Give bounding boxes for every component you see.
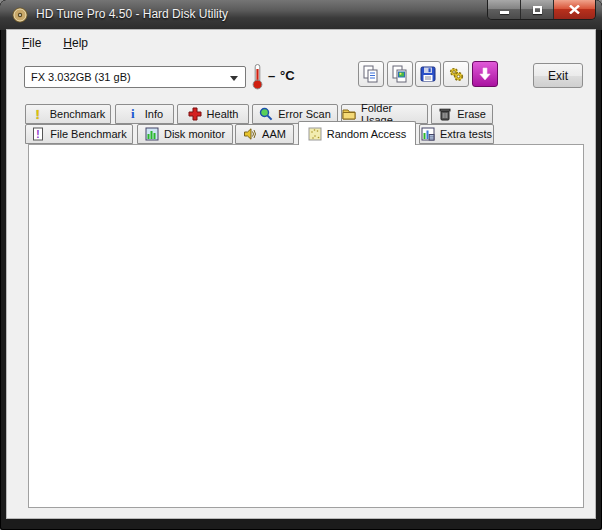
red-cross-icon	[188, 107, 202, 121]
minimize-icon	[500, 11, 509, 14]
caption-buttons	[487, 0, 596, 20]
window-title: HD Tune Pro 4.50 - Hard Disk Utility	[36, 7, 228, 21]
tab-label: Health	[207, 108, 239, 120]
copy-image-button[interactable]	[387, 61, 413, 87]
tab-label: Erase	[457, 108, 486, 120]
folder-icon	[342, 107, 356, 121]
exit-button[interactable]: Exit	[533, 63, 583, 88]
menu-bar: File Help	[8, 32, 92, 54]
info-icon: i	[126, 107, 140, 121]
copy-image-icon	[391, 65, 409, 83]
save-button[interactable]	[415, 61, 441, 87]
tab-label: Extra tests	[440, 128, 492, 140]
save-icon	[419, 65, 437, 83]
menu-help[interactable]: Help	[59, 34, 92, 52]
tab-health[interactable]: Health	[177, 104, 249, 124]
minimize-button[interactable]	[488, 0, 521, 19]
svg-text:!: !	[37, 129, 40, 140]
file-exclamation-icon: !	[31, 127, 45, 141]
tab-label: Disk monitor	[164, 128, 225, 140]
thermometer-icon	[252, 63, 263, 90]
exclamation-icon: !	[31, 107, 45, 121]
tab-label: AAM	[262, 128, 286, 140]
app-window: HD Tune Pro 4.50 - Hard Disk Utility Fil…	[0, 0, 602, 530]
tab-erase[interactable]: Erase	[431, 104, 493, 124]
gears-icon	[447, 65, 465, 83]
trash-icon	[438, 107, 452, 121]
tab-label: Random Access	[327, 128, 406, 140]
maximize-icon	[533, 6, 542, 14]
copy-text-icon	[362, 65, 380, 83]
temperature-value: –	[268, 68, 275, 83]
copy-text-button[interactable]	[358, 61, 384, 87]
options-button[interactable]	[443, 61, 469, 87]
tab-random-access[interactable]: Random Access	[298, 121, 416, 145]
tab-extra-tests[interactable]: Extra tests	[419, 124, 494, 144]
bar-chart-icon	[145, 127, 159, 141]
exit-label: Exit	[548, 69, 568, 83]
download-arrow-icon	[477, 66, 493, 82]
tab-info[interactable]: i Info	[115, 104, 174, 124]
speaker-icon	[243, 127, 257, 141]
chevron-down-icon	[230, 76, 238, 81]
chart-grid-icon	[421, 127, 435, 141]
maximize-button[interactable]	[521, 0, 554, 19]
close-icon	[569, 5, 580, 14]
app-disk-icon	[12, 7, 28, 23]
tab-label: Benchmark	[50, 108, 106, 120]
close-button[interactable]	[554, 0, 595, 19]
tab-disk-monitor[interactable]: Disk monitor	[137, 124, 233, 144]
tab-label: File Benchmark	[50, 128, 126, 140]
drive-select-dropdown[interactable]: FX 3.032GB (31 gB)	[24, 66, 246, 88]
tab-label: Error Scan	[278, 108, 331, 120]
tab-benchmark[interactable]: ! Benchmark	[25, 104, 111, 124]
tab-file-benchmark[interactable]: ! File Benchmark	[25, 124, 133, 144]
temperature-unit: °C	[280, 68, 295, 83]
title-bar[interactable]: HD Tune Pro 4.50 - Hard Disk Utility	[0, 0, 602, 30]
update-button[interactable]	[472, 61, 498, 87]
menu-file[interactable]: File	[18, 34, 45, 52]
magnifier-icon	[259, 107, 273, 121]
tab-label: Info	[145, 108, 163, 120]
tab-aam[interactable]: AAM	[235, 124, 294, 144]
drive-select-value: FX 3.032GB (31 gB)	[31, 71, 131, 83]
random-access-page	[28, 144, 584, 508]
random-dots-icon	[308, 127, 322, 141]
